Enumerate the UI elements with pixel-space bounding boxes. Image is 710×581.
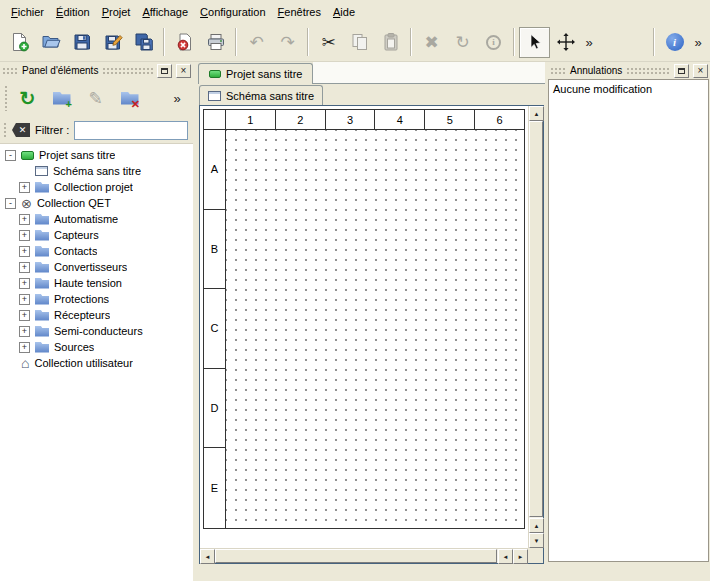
view-toolbar-overflow-button[interactable]: »: [581, 27, 597, 58]
new-element-button[interactable]: +: [47, 84, 76, 113]
scroll-right-button[interactable]: ►: [513, 549, 528, 564]
tree-item[interactable]: +Semi-conducteurs: [0, 323, 193, 339]
reload-collections-button[interactable]: ↻: [13, 84, 42, 113]
elements-panel-toolbar: ↻ + ✎ ✕ »: [0, 79, 193, 117]
tree-expander-icon[interactable]: +: [19, 214, 30, 225]
tree-expander-icon[interactable]: +: [19, 182, 30, 193]
filter-input[interactable]: [74, 121, 188, 140]
scroll-left-button-2[interactable]: ◄: [498, 549, 513, 564]
filter-bar: ✕ Filtrer :: [0, 117, 193, 143]
tree-expander-icon[interactable]: +: [19, 278, 30, 289]
save-button[interactable]: [66, 27, 97, 58]
toolbar-separator: [410, 28, 412, 56]
tree-expander-icon[interactable]: +: [19, 230, 30, 241]
tree-expander-icon[interactable]: -: [5, 198, 16, 209]
menu-fenetres[interactable]: Fenêtres: [272, 3, 327, 21]
float-icon: [678, 68, 685, 74]
tree-item[interactable]: -⊗Collection QET: [0, 195, 193, 211]
tree-expander-icon[interactable]: +: [19, 246, 30, 257]
tree-expander-icon[interactable]: +: [19, 262, 30, 273]
dock-grip[interactable]: [2, 67, 18, 75]
tree-item[interactable]: ⌂Collection utilisateur: [0, 355, 193, 371]
select-mode-button[interactable]: [519, 27, 550, 58]
tree-expander-icon[interactable]: -: [5, 150, 16, 161]
close-panel-button[interactable]: ×: [176, 64, 191, 78]
save-all-button[interactable]: [128, 27, 159, 58]
dock-grip[interactable]: [626, 67, 670, 75]
tree-expander-icon[interactable]: +: [19, 294, 30, 305]
delete-element-button[interactable]: ✕: [115, 84, 144, 113]
delete-button[interactable]: ✖: [416, 27, 447, 58]
toolbar-overflow-button[interactable]: »: [690, 27, 706, 58]
tree-item[interactable]: +Récepteurs: [0, 307, 193, 323]
clear-filter-button[interactable]: ✕: [12, 123, 30, 137]
tree-item[interactable]: +Sources: [0, 339, 193, 355]
tree-expander-icon[interactable]: +: [19, 310, 30, 321]
about-button[interactable]: i: [659, 27, 690, 58]
menu-affichage[interactable]: Affichage: [136, 3, 194, 21]
panel-toolbar-overflow-button[interactable]: »: [169, 84, 185, 113]
paste-button[interactable]: [375, 27, 406, 58]
horizontal-scroll-thumb[interactable]: [215, 549, 497, 563]
dock-grip[interactable]: [550, 67, 566, 75]
redo-button[interactable]: ↷: [272, 27, 303, 58]
tree-item[interactable]: Schéma sans titre: [0, 163, 193, 179]
pan-mode-button[interactable]: [550, 27, 581, 58]
menu-fichier[interactable]: Fichier: [5, 3, 50, 21]
info-blue-icon: i: [666, 33, 684, 51]
cut-button[interactable]: ✂: [313, 27, 344, 58]
print-icon: [206, 32, 226, 52]
menu-configuration[interactable]: Configuration: [194, 3, 271, 21]
scroll-up-button[interactable]: ▲: [529, 106, 544, 121]
tree-item[interactable]: +Automatisme: [0, 211, 193, 227]
refresh-icon: ↻: [20, 89, 36, 108]
toolbar-grip[interactable]: [4, 85, 8, 111]
undo-button[interactable]: ↶: [241, 27, 272, 58]
element-info-button[interactable]: i: [478, 27, 509, 58]
scroll-left-button[interactable]: ◄: [200, 549, 215, 564]
tree-item[interactable]: +Haute tension: [0, 275, 193, 291]
toolbar-grip[interactable]: [3, 122, 7, 138]
close-file-button[interactable]: [169, 27, 200, 58]
save-as-button[interactable]: [97, 27, 128, 58]
print-button[interactable]: [200, 27, 231, 58]
edit-element-button[interactable]: ✎: [81, 84, 110, 113]
tree-item[interactable]: +Convertisseurs: [0, 259, 193, 275]
tree-item[interactable]: -Projet sans titre: [0, 147, 193, 163]
diagram-canvas[interactable]: [226, 130, 524, 528]
toolbar-separator: [235, 28, 237, 56]
tree-expander-icon[interactable]: +: [19, 326, 30, 337]
menu-aide[interactable]: Aide: [327, 3, 361, 21]
tree-item[interactable]: +Capteurs: [0, 227, 193, 243]
column-header: 5: [425, 110, 475, 129]
tree-item[interactable]: +Collection projet: [0, 179, 193, 195]
diagram-corner-cell: [204, 110, 226, 129]
tab-diagram[interactable]: Schéma sans titre: [199, 85, 323, 105]
menu-edition[interactable]: Édition: [50, 3, 96, 21]
tree-item[interactable]: +Contacts: [0, 243, 193, 259]
undo-panel-titlebar[interactable]: Annulations ×: [548, 62, 710, 79]
open-file-button[interactable]: [35, 27, 66, 58]
tree-item[interactable]: +Protections: [0, 291, 193, 307]
column-header: 6: [475, 110, 524, 129]
float-panel-button[interactable]: [157, 64, 172, 78]
vertical-scrollbar[interactable]: ▲ ▲ ▼: [528, 106, 543, 548]
tab-project[interactable]: Projet sans titre: [198, 63, 313, 84]
horizontal-scrollbar[interactable]: ◄ ◄ ►: [200, 548, 528, 563]
open-folder-icon: [41, 32, 61, 52]
scroll-up-button-2[interactable]: ▲: [529, 518, 544, 533]
float-icon: [161, 68, 168, 74]
close-undo-panel-button[interactable]: ×: [693, 64, 708, 78]
new-file-button[interactable]: [4, 27, 35, 58]
project-icon: [21, 151, 34, 160]
tree-expander-icon[interactable]: +: [19, 342, 30, 353]
dock-grip[interactable]: [102, 67, 153, 75]
menu-projet[interactable]: Projet: [96, 3, 137, 21]
vertical-scroll-thumb[interactable]: [529, 121, 543, 517]
folder-icon: [35, 230, 49, 241]
rotate-button[interactable]: ↻: [447, 27, 478, 58]
elements-panel-titlebar[interactable]: Panel d'éléments ×: [0, 62, 193, 79]
scroll-down-button[interactable]: ▼: [529, 533, 544, 548]
float-undo-panel-button[interactable]: [674, 64, 689, 78]
copy-button[interactable]: [344, 27, 375, 58]
